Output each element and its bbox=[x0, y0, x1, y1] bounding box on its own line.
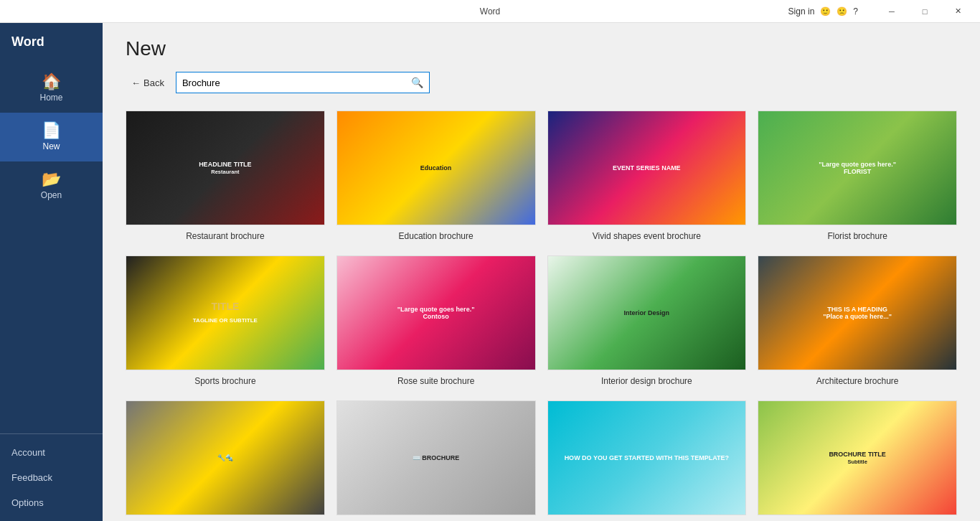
app-body: Word 🏠 Home 📄 New 📂 Open Account Feedbac… bbox=[0, 23, 980, 521]
sidebar-new-label: New bbox=[42, 141, 60, 151]
sidebar-item-options[interactable]: Options bbox=[0, 490, 103, 515]
template-name-rose: Rose suite brochure bbox=[397, 376, 474, 386]
sidebar-item-account[interactable]: Account bbox=[0, 440, 103, 465]
template-rose[interactable]: "Large quote goes here."Contoso Rose sui… bbox=[336, 255, 536, 386]
template-name-sports: Sports brochure bbox=[194, 376, 255, 386]
template-vivid[interactable]: EVENT SERIES NAME Vivid shapes event bro… bbox=[547, 111, 747, 241]
back-label: Back bbox=[143, 78, 164, 88]
sad-icon: 🙁 bbox=[837, 6, 847, 17]
template-thumb-interior: Interior Design bbox=[547, 255, 747, 370]
template-florist[interactable]: "Large quote goes here."FLORIST Florist … bbox=[758, 111, 957, 241]
template-thumb-florist: "Large quote goes here."FLORIST bbox=[758, 111, 957, 225]
sidebar-bottom: Account Feedback Options bbox=[0, 440, 103, 521]
template-thumb-baby: HOW DO YOU GET STARTED WITH THIS TEMPLAT… bbox=[547, 400, 747, 515]
sidebar-divider bbox=[0, 433, 103, 434]
template-name-florist: Florist brochure bbox=[827, 231, 887, 241]
template-newsletter[interactable]: BROCHURE TITLESubtitle Newsletter brochu… bbox=[758, 400, 957, 521]
content-header: New ← Back 🔍 bbox=[103, 23, 980, 105]
search-bar: ← Back 🔍 bbox=[126, 72, 957, 93]
back-button[interactable]: ← Back bbox=[126, 75, 170, 91]
templates-grid: HEADLINE TITLERestaurant Restaurant broc… bbox=[126, 111, 957, 521]
sidebar-app-name: Word bbox=[0, 23, 103, 64]
template-restaurant[interactable]: HEADLINE TITLERestaurant Restaurant broc… bbox=[126, 111, 325, 241]
template-thumb-newsletter: BROCHURE TITLESubtitle bbox=[758, 400, 957, 515]
template-name-interior: Interior design brochure bbox=[601, 376, 692, 386]
sidebar-item-new[interactable]: 📄 New bbox=[0, 113, 103, 161]
template-thumb-education: Education bbox=[336, 111, 536, 225]
template-interior[interactable]: Interior Design Interior design brochure bbox=[547, 255, 747, 386]
template-name-education: Education brochure bbox=[399, 231, 473, 241]
template-thumb-restaurant: HEADLINE TITLERestaurant bbox=[126, 111, 325, 225]
template-thumb-sports: TITLETAGLINE OR SUBTITLE bbox=[126, 255, 325, 370]
sidebar-home-label: Home bbox=[39, 93, 62, 103]
sidebar-nav: 🏠 Home 📄 New 📂 Open bbox=[0, 64, 103, 428]
template-name-restaurant: Restaurant brochure bbox=[186, 231, 264, 241]
app-title: Word bbox=[480, 6, 500, 17]
template-thumb-keyboard: ⌨️ BROCHURE bbox=[336, 400, 536, 515]
maximize-button[interactable]: □ bbox=[908, 0, 941, 23]
template-name-vivid: Vivid shapes event brochure bbox=[593, 231, 701, 241]
sidebar-item-open[interactable]: 📂 Open bbox=[0, 161, 103, 210]
sign-in-link[interactable]: Sign in bbox=[788, 6, 815, 17]
window-controls: ─ □ ✕ bbox=[875, 0, 974, 23]
template-thumb-vivid: EVENT SERIES NAME bbox=[547, 111, 747, 225]
template-baby[interactable]: HOW DO YOU GET STARTED WITH THIS TEMPLAT… bbox=[547, 400, 747, 521]
minimize-button[interactable]: ─ bbox=[875, 0, 908, 23]
page-title: New bbox=[126, 37, 957, 60]
template-sports[interactable]: TITLETAGLINE OR SUBTITLE Sports brochure bbox=[126, 255, 325, 386]
sidebar-item-feedback[interactable]: Feedback bbox=[0, 465, 103, 490]
templates-area: HEADLINE TITLERestaurant Restaurant broc… bbox=[103, 105, 980, 521]
back-arrow-icon: ← bbox=[131, 78, 141, 88]
sidebar-item-home[interactable]: 🏠 Home bbox=[0, 64, 103, 113]
title-bar: Word Sign in 🙂 🙁 ? ─ □ ✕ bbox=[0, 0, 980, 23]
content-area: New ← Back 🔍 HEADLINE TITLERestau bbox=[103, 23, 980, 521]
template-thumb-architecture: THIS IS A HEADING"Place a quote here..." bbox=[758, 255, 957, 370]
template-thumb-rose: "Large quote goes here."Contoso bbox=[336, 255, 536, 370]
new-doc-icon: 📄 bbox=[42, 123, 61, 139]
search-input[interactable] bbox=[176, 75, 406, 91]
template-keyboard[interactable]: ⌨️ BROCHURE Keyboard brochure bbox=[336, 400, 536, 521]
close-button[interactable]: ✕ bbox=[941, 0, 974, 23]
sidebar: Word 🏠 Home 📄 New 📂 Open Account Feedbac… bbox=[0, 23, 103, 521]
template-tools[interactable]: 🔧🔩 Tools brochure bbox=[126, 400, 325, 521]
template-name-architecture: Architecture brochure bbox=[816, 376, 899, 386]
search-button[interactable]: 🔍 bbox=[406, 72, 429, 93]
help-icon[interactable]: ? bbox=[853, 6, 858, 17]
template-education[interactable]: Education Education brochure bbox=[336, 111, 536, 241]
sidebar-open-label: Open bbox=[41, 190, 62, 200]
template-architecture[interactable]: THIS IS A HEADING"Place a quote here..."… bbox=[758, 255, 957, 386]
search-input-wrapper: 🔍 bbox=[176, 72, 430, 93]
template-thumb-tools: 🔧🔩 bbox=[126, 400, 325, 515]
open-folder-icon: 📂 bbox=[42, 172, 61, 187]
smiley-icon: 🙂 bbox=[820, 6, 831, 17]
home-icon: 🏠 bbox=[42, 74, 61, 90]
